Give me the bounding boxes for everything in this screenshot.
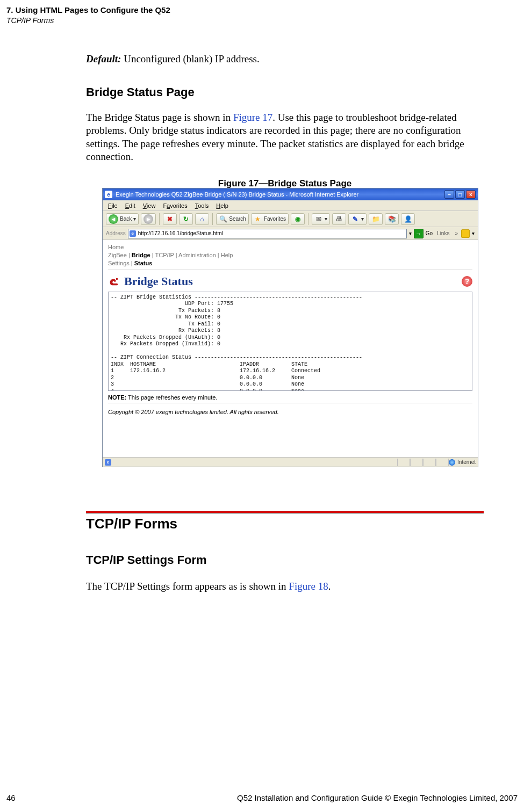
breadcrumb: Home ZigBee | Bridge | TCP/IP | Administ… (108, 243, 472, 267)
content-divider (108, 403, 472, 403)
links-label[interactable]: Links (435, 230, 451, 236)
figure-ref-17[interactable]: Figure 17 (233, 112, 272, 123)
search-button[interactable]: 🔍Search (216, 213, 249, 225)
heading-bridge-status: Bridge Status Page (86, 85, 484, 99)
page-footer: 46 Q52 Installation and Configuration Gu… (6, 793, 518, 802)
menu-tools[interactable]: Tools (192, 202, 212, 209)
toolbar-separator (159, 213, 160, 225)
para-pre: The Bridge Status page is shown in (86, 112, 233, 123)
nav-zigbee[interactable]: ZigBee (108, 252, 127, 258)
menubar: File Edit View Favorites Tools Help (103, 200, 478, 211)
maximize-button[interactable]: □ (455, 190, 465, 199)
edit-button[interactable]: ✎▾ (348, 213, 367, 225)
address-input[interactable]: e http://172.16.16.1/bridgeStatus.html (128, 229, 407, 238)
status-pane (410, 459, 423, 466)
zone-label: Internet (457, 459, 476, 465)
norton-icon[interactable] (461, 229, 470, 238)
status-pane (397, 459, 410, 466)
page-number: 46 (6, 793, 16, 802)
bridge-status-paragraph: The Bridge Status page is shown in Figur… (86, 111, 484, 163)
favorites-label: Favorites (264, 216, 286, 222)
globe-icon (449, 459, 455, 466)
address-url: http://172.16.16.1/bridgeStatus.html (138, 230, 223, 236)
menu-edit[interactable]: Edit (122, 202, 139, 209)
menu-favorites[interactable]: Favorites (160, 202, 190, 209)
window-title: Exegin Technologies Q52 ZigBee Bridge ( … (116, 191, 444, 198)
refresh-button[interactable]: ↻ (179, 213, 193, 225)
running-head-chapter: 7. Using HTML Pages to Configure the Q52 (6, 5, 170, 15)
research-button[interactable]: 📚 (385, 213, 399, 225)
nav-administration[interactable]: Administration (178, 252, 216, 258)
home-button[interactable]: ⌂ (195, 213, 209, 225)
page-title: Bridge Status (124, 274, 193, 288)
chevron-down-icon: ▾ (361, 216, 364, 222)
research-icon: 📚 (387, 215, 396, 223)
statusbar: e Internet (103, 457, 478, 467)
titlebar: e Exegin Technologies Q52 ZigBee Bridge … (103, 189, 478, 200)
chevron-down-icon: ▾ (133, 216, 136, 222)
figure-ref-18[interactable]: Figure 18 (289, 581, 328, 592)
go-button[interactable]: → (414, 229, 423, 238)
favorites-button[interactable]: ★Favorites (251, 213, 289, 225)
section-rule (86, 511, 484, 513)
nav-tcpip[interactable]: TCP/IP (155, 252, 174, 258)
note-line: NOTE: This page refreshes every minute. (108, 394, 472, 401)
mail-icon: ✉ (314, 215, 323, 223)
history-icon: ◉ (293, 215, 302, 223)
refresh-icon: ↻ (182, 215, 190, 223)
heading-tcpip-settings-form: TCP/IP Settings Form (86, 553, 207, 567)
search-label: Search (229, 216, 246, 222)
page-favicon: e (130, 230, 136, 237)
nav-divider (108, 270, 472, 270)
menu-view[interactable]: View (140, 202, 159, 209)
go-label: Go (426, 230, 433, 236)
status-done-icon: e (105, 459, 111, 466)
close-button[interactable]: × (466, 190, 476, 199)
discuss-button[interactable]: 📁 (369, 213, 383, 225)
home-icon: ⌂ (198, 215, 206, 223)
forward-icon: ► (143, 214, 153, 224)
default-label: Default: (86, 53, 121, 64)
menu-file[interactable]: File (105, 202, 121, 209)
history-button[interactable]: ◉ (291, 213, 305, 225)
nav-home[interactable]: Home (108, 244, 124, 250)
help-icon[interactable]: ? (462, 276, 472, 287)
back-button[interactable]: ◄ Back ▾ (106, 213, 139, 225)
nav-help[interactable]: Help (221, 252, 233, 258)
toolbar-separator (308, 213, 308, 225)
footer-text: Q52 Installation and Configuration Guide… (237, 793, 518, 802)
address-label: Address (106, 230, 126, 236)
address-bar: Address e http://172.16.16.1/bridgeStatu… (103, 227, 478, 240)
links-expand-icon[interactable]: » (454, 230, 459, 236)
chevron-down-icon[interactable]: ▾ (472, 230, 475, 236)
toolbar-separator (212, 213, 213, 225)
para2-post: . (328, 581, 331, 592)
page-copyright: Copyright © 2007 exegin technologies lim… (108, 409, 472, 415)
gecko-logo-icon (108, 276, 120, 287)
star-icon: ★ (254, 215, 262, 223)
nav-settings[interactable]: Settings (108, 260, 130, 266)
nav-status[interactable]: Status (134, 260, 153, 266)
chevron-down-icon: ▾ (325, 216, 327, 222)
address-dropdown-icon[interactable]: ▾ (409, 230, 412, 236)
stop-icon: ✖ (166, 215, 174, 223)
back-icon: ◄ (109, 214, 118, 224)
edit-icon: ✎ (351, 215, 360, 223)
nav-bridge[interactable]: Bridge (132, 252, 150, 258)
mail-button[interactable]: ✉▾ (312, 213, 330, 225)
figure-browser-window: e Exegin Technologies Q52 ZigBee Bridge … (102, 188, 478, 467)
messenger-icon: 👤 (404, 215, 412, 223)
stop-button[interactable]: ✖ (163, 213, 177, 225)
heading-tcpip-forms: TCP/IP Forms (86, 516, 177, 532)
tcpip-paragraph: The TCP/IP Settings form appears as is s… (86, 580, 484, 593)
para2-pre: The TCP/IP Settings form appears as is s… (86, 581, 289, 592)
page-content: Home ZigBee | Bridge | TCP/IP | Administ… (103, 240, 478, 457)
print-button[interactable]: 🖶 (332, 213, 346, 225)
status-pre: -- ZIPT Bridge Statistics --------------… (108, 292, 472, 391)
print-icon: 🖶 (335, 215, 343, 223)
messenger-button[interactable]: 👤 (401, 213, 415, 225)
running-head-section: TCP/IP Forms (6, 16, 54, 25)
menu-help[interactable]: Help (213, 202, 232, 209)
forward-button[interactable]: ► (141, 213, 156, 225)
minimize-button[interactable]: – (444, 190, 454, 199)
